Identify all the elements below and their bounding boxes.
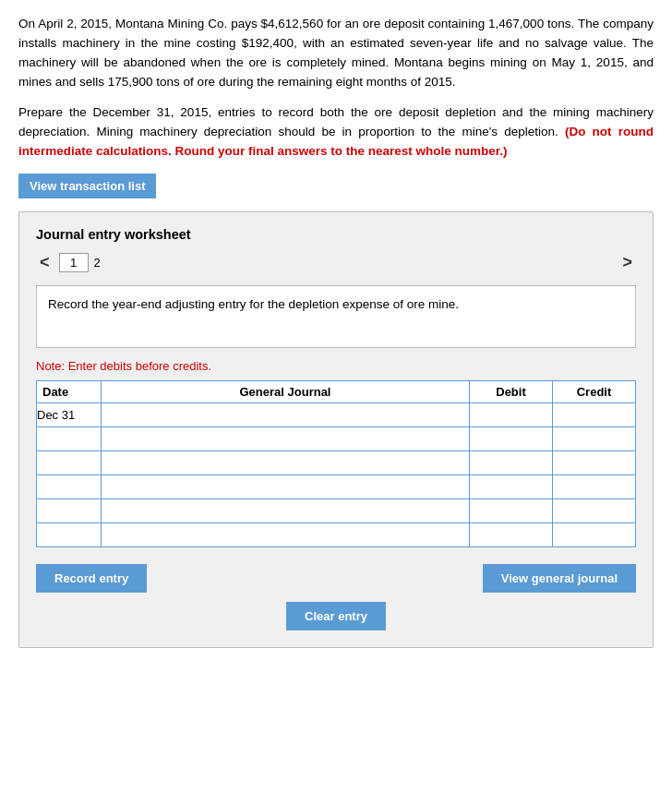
journal-cell-6[interactable] <box>102 523 470 547</box>
paragraph1: On April 2, 2015, Montana Mining Co. pay… <box>18 15 654 92</box>
date-header: Date <box>37 381 102 403</box>
debit-input-2[interactable] <box>470 427 552 450</box>
current-page-box: 1 <box>59 253 89 272</box>
instruction-box: Record the year-end adjusting entry for … <box>36 285 636 348</box>
debit-input-4[interactable] <box>470 475 552 498</box>
date-input-3[interactable] <box>37 451 101 474</box>
debit-cell-6[interactable] <box>470 523 553 547</box>
journal-cell-2[interactable] <box>102 427 470 451</box>
date-cell-3[interactable] <box>37 451 102 475</box>
credit-input-6[interactable] <box>553 523 635 546</box>
debit-header: Debit <box>470 381 553 403</box>
action-buttons-row: Record entry View general journal <box>36 564 636 593</box>
debit-input-3[interactable] <box>470 451 552 474</box>
credit-input-1[interactable] <box>553 403 635 426</box>
credit-cell-2[interactable] <box>553 427 636 451</box>
view-general-journal-button[interactable]: View general journal <box>483 564 636 593</box>
date-cell-6[interactable] <box>37 523 102 547</box>
credit-cell-3[interactable] <box>553 451 636 475</box>
clear-entry-button[interactable]: Clear entry <box>286 602 386 630</box>
debit-input-6[interactable] <box>470 523 552 546</box>
table-row <box>37 475 636 499</box>
date-cell-2[interactable] <box>37 427 102 451</box>
journal-input-4[interactable] <box>102 475 469 498</box>
journal-input-5[interactable] <box>102 499 469 522</box>
debit-cell-4[interactable] <box>470 475 553 499</box>
date-input-6[interactable] <box>37 523 101 546</box>
debit-input-5[interactable] <box>470 499 552 522</box>
table-row <box>37 427 636 451</box>
debit-input-1[interactable] <box>470 403 552 426</box>
date-input-2[interactable] <box>37 427 101 450</box>
credit-cell-1[interactable] <box>553 403 636 427</box>
debit-cell-2[interactable] <box>470 427 553 451</box>
note-text: Note: Enter debits before credits. <box>36 359 636 373</box>
journal-cell-1[interactable] <box>102 403 470 427</box>
credit-input-4[interactable] <box>553 475 635 498</box>
debit-cell-1[interactable] <box>470 403 553 427</box>
credit-cell-4[interactable] <box>553 475 636 499</box>
general-journal-header: General Journal <box>102 381 470 403</box>
journal-cell-4[interactable] <box>102 475 470 499</box>
credit-cell-5[interactable] <box>553 499 636 523</box>
credit-input-2[interactable] <box>553 427 635 450</box>
date-cell-1: Dec 31 <box>37 403 102 427</box>
clear-entry-row: Clear entry <box>36 602 636 630</box>
prev-page-button[interactable]: < <box>36 253 54 272</box>
credit-cell-6[interactable] <box>553 523 636 547</box>
date-cell-4[interactable] <box>37 475 102 499</box>
debit-cell-3[interactable] <box>470 451 553 475</box>
table-row <box>37 523 636 547</box>
worksheet-title: Journal entry worksheet <box>36 227 636 242</box>
journal-entry-worksheet: Journal entry worksheet < 1 2 > Record t… <box>18 211 654 648</box>
record-entry-button[interactable]: Record entry <box>36 564 147 593</box>
journal-input-6[interactable] <box>102 523 469 546</box>
table-row <box>37 499 636 523</box>
journal-input-2[interactable] <box>102 427 469 450</box>
table-row: Dec 31 <box>37 403 636 427</box>
credit-input-3[interactable] <box>553 451 635 474</box>
debit-cell-5[interactable] <box>470 499 553 523</box>
next-page-button[interactable]: > <box>618 253 636 272</box>
journal-input-3[interactable] <box>102 451 469 474</box>
page-navigation: < 1 2 > <box>36 253 636 272</box>
paragraph2: Prepare the December 31, 2015, entries t… <box>18 103 654 162</box>
date-input-4[interactable] <box>37 475 101 498</box>
credit-header: Credit <box>553 381 636 403</box>
date-cell-5[interactable] <box>37 499 102 523</box>
view-transaction-button[interactable]: View transaction list <box>18 174 156 198</box>
date-input-5[interactable] <box>37 499 101 522</box>
table-row <box>37 451 636 475</box>
credit-input-5[interactable] <box>553 499 635 522</box>
journal-cell-3[interactable] <box>102 451 470 475</box>
journal-cell-5[interactable] <box>102 499 470 523</box>
journal-input-1[interactable] <box>102 403 469 426</box>
problem-text: On April 2, 2015, Montana Mining Co. pay… <box>18 15 654 161</box>
page2-label: 2 <box>94 256 101 270</box>
journal-table: Date General Journal Debit Credit Dec 31 <box>36 380 636 547</box>
